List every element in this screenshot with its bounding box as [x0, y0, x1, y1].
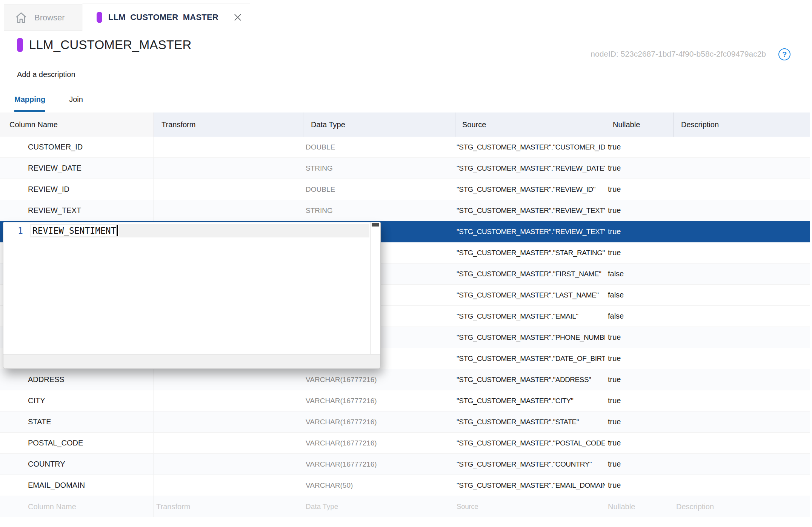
description-cell[interactable] — [673, 454, 810, 475]
tab-mapping[interactable]: Mapping — [14, 91, 45, 112]
tab-join[interactable]: Join — [69, 91, 83, 112]
description-cell[interactable] — [673, 390, 810, 411]
data-type-cell: VARCHAR(50) — [303, 475, 455, 496]
table-row[interactable]: COUNTRYVARCHAR(16777216)"STG_CUSTOMER_MA… — [0, 454, 810, 475]
table-row[interactable]: CUSTOMER_IDDOUBLE"STG_CUSTOMER_MASTER"."… — [0, 137, 810, 158]
question-mark-circle-icon[interactable]: ? — [778, 48, 790, 60]
table-row[interactable]: ADDRESSVARCHAR(16777216)"STG_CUSTOMER_MA… — [0, 369, 810, 390]
transform-cell[interactable] — [154, 411, 303, 432]
nullable-cell[interactable]: true — [605, 454, 673, 475]
description-cell[interactable] — [673, 327, 810, 348]
table-row[interactable]: REVIEW_IDDOUBLE"STG_CUSTOMER_MASTER"."RE… — [0, 179, 810, 200]
nullable-cell[interactable]: true — [605, 158, 673, 179]
editor-horizontal-scrollbar[interactable] — [3, 354, 380, 368]
nullable-cell[interactable]: true — [605, 179, 673, 200]
column-header-nullable: Nullable — [605, 112, 673, 137]
view-tabs: Mapping Join — [14, 91, 83, 112]
description-cell[interactable]: Description — [673, 496, 810, 517]
description-cell[interactable] — [673, 285, 810, 305]
nullable-cell[interactable]: true — [605, 369, 673, 390]
source-cell: "STG_CUSTOMER_MASTER"."STAR_RATING" — [455, 242, 605, 263]
table-row[interactable]: STATEVARCHAR(16777216)"STG_CUSTOMER_MAST… — [0, 411, 810, 433]
data-type-cell: DOUBLE — [303, 179, 455, 200]
transform-cell[interactable]: Transform — [154, 496, 303, 517]
description-cell[interactable] — [673, 158, 810, 179]
line-number-gutter: 1 — [18, 224, 23, 237]
nullable-cell[interactable]: true — [605, 327, 673, 348]
source-cell: "STG_CUSTOMER_MASTER"."DATE_OF_BIRTH" — [455, 348, 605, 369]
tab-browser[interactable]: Browser — [4, 5, 82, 31]
nullable-cell[interactable]: Nullable — [605, 496, 673, 517]
nullable-cell[interactable]: false — [605, 306, 673, 327]
transform-cell[interactable] — [154, 454, 303, 475]
close-tab-icon[interactable] — [233, 12, 243, 22]
column-header-column-name: Column Name — [0, 112, 154, 137]
transform-cell[interactable] — [154, 433, 303, 453]
source-cell: "STG_CUSTOMER_MASTER"."EMAIL" — [455, 306, 605, 327]
transform-editor-popup: REVIEW_SENTIMENT 1 — [3, 222, 381, 369]
column-header-description: Description — [673, 112, 810, 137]
nullable-cell[interactable]: true — [605, 433, 673, 453]
data-type-cell: STRING — [303, 158, 455, 179]
nullable-cell[interactable]: true — [605, 242, 673, 263]
description-cell[interactable] — [673, 137, 810, 157]
editor-vertical-scrollbar[interactable] — [370, 222, 380, 354]
column-name-cell: EMAIL_DOMAIN — [0, 475, 154, 496]
description-cell[interactable] — [673, 264, 810, 284]
table-row[interactable]: CITYVARCHAR(16777216)"STG_CUSTOMER_MASTE… — [0, 390, 810, 411]
nullable-cell[interactable]: true — [605, 137, 673, 157]
transform-cell[interactable] — [154, 179, 303, 200]
active-line-highlight: REVIEW_SENTIMENT — [30, 224, 369, 237]
data-type-cell: STRING — [303, 200, 455, 221]
add-description-field[interactable]: Add a description — [17, 70, 75, 79]
source-cell: "STG_CUSTOMER_MASTER"."EMAIL_DOMAIN" — [455, 475, 605, 496]
source-cell: "STG_CUSTOMER_MASTER"."POSTAL_CODE" — [455, 433, 605, 453]
nullable-cell[interactable]: true — [605, 411, 673, 432]
description-cell[interactable] — [673, 306, 810, 327]
column-name-cell: POSTAL_CODE — [0, 433, 154, 453]
nullable-cell[interactable]: true — [605, 475, 673, 496]
description-cell[interactable] — [673, 200, 810, 221]
description-cell[interactable] — [673, 179, 810, 200]
tab-node[interactable]: LLM_CUSTOMER_MASTER — [83, 3, 250, 31]
column-name-cell: COUNTRY — [0, 454, 154, 475]
nullable-cell[interactable]: true — [605, 200, 673, 221]
nullable-cell[interactable]: false — [605, 285, 673, 305]
table-row[interactable]: REVIEW_TEXTSTRING"STG_CUSTOMER_MASTER"."… — [0, 200, 810, 221]
transform-cell[interactable] — [154, 158, 303, 179]
purple-node-pill-icon — [17, 38, 23, 52]
tab-node-label: LLM_CUSTOMER_MASTER — [108, 12, 218, 22]
column-name-cell: REVIEW_DATE — [0, 158, 154, 179]
nullable-cell[interactable]: true — [605, 390, 673, 411]
table-header-row: Column Name Transform Data Type Source N… — [0, 112, 810, 137]
description-cell[interactable] — [673, 475, 810, 496]
table-row[interactable]: POSTAL_CODEVARCHAR(16777216)"STG_CUSTOME… — [0, 433, 810, 454]
description-cell[interactable] — [673, 348, 810, 369]
transform-cell[interactable] — [154, 137, 303, 157]
table-row[interactable]: REVIEW_DATESTRING"STG_CUSTOMER_MASTER"."… — [0, 158, 810, 179]
nullable-cell[interactable]: true — [605, 221, 673, 242]
description-cell[interactable] — [673, 433, 810, 453]
transform-code-editor[interactable]: REVIEW_SENTIMENT 1 — [3, 222, 380, 354]
column-name-cell: CITY — [0, 390, 154, 411]
new-column-ghost-row[interactable]: Column NameTransformData TypeSourceNulla… — [0, 496, 810, 517]
data-type-cell: Data Type — [303, 496, 455, 517]
source-cell: "STG_CUSTOMER_MASTER"."PHONE_NUMBER" — [455, 327, 605, 348]
text-cursor — [117, 225, 118, 236]
transform-cell[interactable] — [154, 390, 303, 411]
transform-cell[interactable] — [154, 369, 303, 390]
description-cell[interactable] — [673, 221, 810, 242]
editor-scrollbar-thumb[interactable] — [372, 223, 379, 227]
data-type-cell: VARCHAR(16777216) — [303, 390, 455, 411]
description-cell[interactable] — [673, 242, 810, 263]
description-cell[interactable] — [673, 369, 810, 390]
table-row[interactable]: EMAIL_DOMAINVARCHAR(50)"STG_CUSTOMER_MAS… — [0, 475, 810, 496]
source-cell: "STG_CUSTOMER_MASTER"."COUNTRY" — [455, 454, 605, 475]
nullable-cell[interactable]: false — [605, 264, 673, 284]
tab-bar: Browser LLM_CUSTOMER_MASTER — [0, 0, 812, 31]
nullable-cell[interactable]: true — [605, 348, 673, 369]
transform-cell[interactable] — [154, 475, 303, 496]
transform-cell[interactable] — [154, 200, 303, 221]
description-cell[interactable] — [673, 411, 810, 432]
transform-code-input[interactable]: REVIEW_SENTIMENT — [31, 225, 119, 236]
